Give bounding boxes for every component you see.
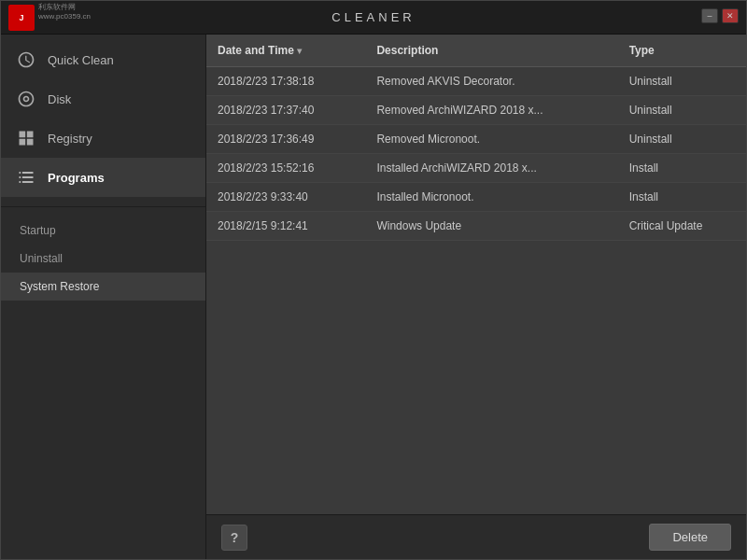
col-header-description: Description bbox=[365, 35, 617, 67]
app-window: J 利东软件网 www.pc0359.cn CLEANER – ✕ Quick … bbox=[0, 0, 747, 560]
col-header-datetime[interactable]: Date and Time bbox=[206, 35, 365, 67]
table-row[interactable]: 2018/2/23 17:38:18Removed AKVIS Decorato… bbox=[206, 67, 746, 96]
cell-type: Uninstall bbox=[618, 125, 746, 154]
cell-datetime: 2018/2/23 9:33:40 bbox=[206, 183, 365, 212]
bottom-bar: ? Delete bbox=[206, 514, 746, 559]
sidebar-nav-registry[interactable]: Registry bbox=[1, 119, 205, 158]
cell-type: Uninstall bbox=[618, 96, 746, 125]
cell-datetime: 2018/2/23 15:52:16 bbox=[206, 154, 365, 183]
cell-description: Removed AKVIS Decorator. bbox=[365, 67, 617, 96]
col-header-type: Type bbox=[618, 35, 746, 67]
cell-type: Install bbox=[618, 183, 746, 212]
cell-datetime: 2018/2/23 17:38:18 bbox=[206, 67, 365, 96]
nav-divider bbox=[1, 206, 205, 207]
list-check-icon bbox=[16, 167, 36, 188]
help-button[interactable]: ? bbox=[221, 525, 247, 551]
cell-description: Installed Micronoot. bbox=[365, 183, 617, 212]
history-table: Date and TimeDescriptionType 2018/2/23 1… bbox=[206, 35, 746, 241]
clock-circle-icon bbox=[16, 49, 36, 70]
cell-type: Install bbox=[618, 154, 746, 183]
cell-description: Windows Update bbox=[365, 212, 617, 241]
sidebar: Quick Clean Disk Registry Programs Start… bbox=[1, 35, 206, 559]
cell-description: Removed ArchiWIZARD 2018 x... bbox=[365, 96, 617, 125]
sidebar-nav-label: Disk bbox=[48, 92, 71, 106]
delete-button[interactable]: Delete bbox=[649, 524, 731, 551]
disk-icon bbox=[16, 89, 36, 109]
title-bar: J 利东软件网 www.pc0359.cn CLEANER – ✕ bbox=[1, 1, 746, 35]
table-row[interactable]: 2018/2/23 15:52:16Installed ArchiWIZARD … bbox=[206, 154, 746, 183]
right-panel: Date and TimeDescriptionType 2018/2/23 1… bbox=[206, 35, 746, 559]
sidebar-nav-disk[interactable]: Disk bbox=[1, 79, 205, 119]
sidebar-nav-label: Programs bbox=[48, 171, 105, 185]
table-header: Date and TimeDescriptionType bbox=[206, 35, 746, 67]
cell-datetime: 2018/2/15 9:12:41 bbox=[206, 212, 365, 241]
cell-datetime: 2018/2/23 17:37:40 bbox=[206, 96, 365, 125]
sidebar-nav-programs[interactable]: Programs bbox=[1, 158, 205, 197]
nav-section: Quick Clean Disk Registry Programs bbox=[1, 35, 205, 203]
sidebar-nav-label: Quick Clean bbox=[48, 53, 114, 67]
cell-type: Uninstall bbox=[618, 67, 746, 96]
subnav-section: StartupUninstallSystem Restore bbox=[1, 211, 205, 306]
main-content: Quick Clean Disk Registry Programs Start… bbox=[1, 35, 746, 559]
close-button[interactable]: ✕ bbox=[722, 8, 739, 23]
cell-description: Removed Micronoot. bbox=[365, 125, 617, 154]
cell-description: Installed ArchiWIZARD 2018 x... bbox=[365, 154, 617, 183]
table-row[interactable]: 2018/2/15 9:12:41Windows UpdateCritical … bbox=[206, 212, 746, 241]
cell-datetime: 2018/2/23 17:36:49 bbox=[206, 125, 365, 154]
table-row[interactable]: 2018/2/23 17:37:40Removed ArchiWIZARD 20… bbox=[206, 96, 746, 125]
svg-text:J: J bbox=[19, 13, 23, 22]
subnav-uninstall[interactable]: Uninstall bbox=[1, 245, 205, 273]
app-logo-icon: J bbox=[8, 5, 35, 31]
subnav-startup[interactable]: Startup bbox=[1, 217, 205, 245]
table-body: 2018/2/23 17:38:18Removed AKVIS Decorato… bbox=[206, 67, 746, 241]
sidebar-nav-quick-clean[interactable]: Quick Clean bbox=[1, 40, 205, 79]
table-row[interactable]: 2018/2/23 9:33:40Installed Micronoot.Ins… bbox=[206, 183, 746, 212]
subnav-system-restore[interactable]: System Restore bbox=[1, 273, 205, 301]
cell-type: Critical Update bbox=[618, 212, 746, 241]
watermark-text: 利东软件网 www.pc0359.cn bbox=[38, 3, 91, 22]
window-controls: – ✕ bbox=[701, 8, 739, 23]
table-row[interactable]: 2018/2/23 17:36:49Removed Micronoot.Unin… bbox=[206, 125, 746, 154]
grid-icon bbox=[16, 128, 36, 148]
table-container: Date and TimeDescriptionType 2018/2/23 1… bbox=[206, 35, 746, 514]
minimize-button[interactable]: – bbox=[701, 8, 718, 23]
window-title: CLEANER bbox=[331, 10, 415, 24]
sidebar-nav-label: Registry bbox=[48, 132, 92, 146]
